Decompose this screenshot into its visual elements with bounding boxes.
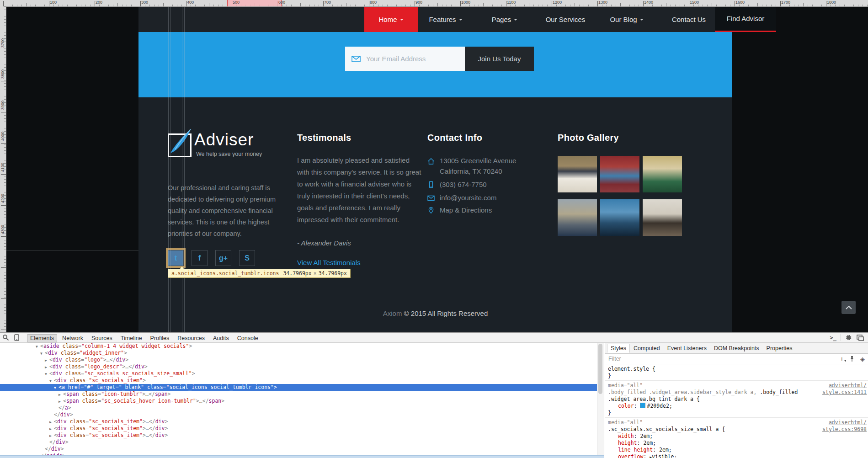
ruler-label: 200 bbox=[96, 0, 102, 5]
toggle-console-icon[interactable]: >_ bbox=[828, 335, 839, 341]
ruler-guide-horizontal bbox=[6, 242, 138, 242]
ruler-label: 300 bbox=[141, 0, 148, 5]
tree-row[interactable]: ▼<div class="sc_socials_item"> bbox=[0, 377, 604, 384]
devtools-tab-sources[interactable]: Sources bbox=[88, 334, 116, 342]
tree-row[interactable]: </div> bbox=[0, 411, 604, 418]
gallery-photo-delegation-couch[interactable] bbox=[600, 156, 639, 192]
styles-tab-properties[interactable]: Properties bbox=[763, 344, 796, 353]
tree-row[interactable]: ▶<div class="logo">…</div> bbox=[0, 357, 604, 363]
expanded-arrow-icon[interactable]: ▼ bbox=[45, 371, 49, 378]
styles-tab-styles[interactable]: Styles bbox=[607, 344, 630, 353]
tree-row[interactable]: ▼<aside class="column-1_4 widget widget_… bbox=[0, 343, 604, 350]
gallery-photo-leaders-group-photo[interactable] bbox=[600, 199, 639, 236]
contact-map[interactable]: Map & Directions bbox=[427, 206, 492, 214]
gallery-photo-meeting-round-table[interactable] bbox=[558, 156, 597, 192]
expanded-arrow-icon[interactable]: ▼ bbox=[40, 350, 45, 357]
devtools-tab-timeline[interactable]: Timeline bbox=[117, 334, 145, 342]
new-style-rule-icon[interactable]: + bbox=[840, 355, 844, 362]
devtools-tab-resources[interactable]: Resources bbox=[174, 334, 208, 342]
tree-row[interactable]: </div> bbox=[0, 446, 604, 453]
devtools-tab-profiles[interactable]: Profiles bbox=[147, 334, 173, 342]
css-property[interactable]: height: 2em; bbox=[608, 440, 866, 447]
scroll-top-button[interactable] bbox=[841, 301, 856, 314]
nav-item-services[interactable]: Our Services bbox=[543, 6, 588, 32]
nav-item-features[interactable]: Features bbox=[426, 6, 466, 32]
expanded-arrow-icon[interactable]: ▼ bbox=[54, 384, 59, 391]
devtools-tab-elements[interactable]: Elements bbox=[27, 334, 57, 342]
google-plus-icon[interactable]: g+ bbox=[215, 250, 231, 266]
tree-row[interactable]: ▼<div class="widget_inner"> bbox=[0, 350, 604, 357]
tree-row[interactable]: ▶<span class="sc_socials_hover icon-tumb… bbox=[0, 398, 604, 405]
nav-item-pages[interactable]: Pages bbox=[489, 6, 521, 32]
view-all-testimonials-link[interactable]: View All Testimonials bbox=[297, 259, 361, 266]
nav-item-home[interactable]: Home bbox=[364, 6, 418, 32]
collapsed-arrow-icon[interactable]: ▶ bbox=[49, 432, 54, 439]
tree-row[interactable]: ▶<span class="icon-tumblr">…</span> bbox=[0, 391, 604, 398]
tree-row[interactable]: ▶<div class="logo_descr">…</div> bbox=[0, 363, 604, 370]
stylesheet-link[interactable]: adviserhtml/style.css:9698 bbox=[822, 419, 867, 433]
element-state-icon[interactable]: ◈ bbox=[860, 356, 865, 362]
tree-row[interactable]: ▶<div class="sc_socials_item">…</div> bbox=[0, 418, 604, 425]
collapsed-arrow-icon[interactable]: ▶ bbox=[49, 419, 54, 426]
gallery-photo-fireside-talk[interactable] bbox=[643, 199, 682, 236]
email-input[interactable]: Your Email Address bbox=[345, 47, 465, 71]
main-navbar: HomeFeaturesPagesOur ServicesOur BlogCon… bbox=[138, 6, 732, 32]
elements-scrollbar[interactable] bbox=[597, 343, 604, 455]
tree-row-selected[interactable]: ▼<a href="#" target="_blank" class="soci… bbox=[0, 384, 604, 391]
devtools-tab-console[interactable]: Console bbox=[234, 334, 261, 342]
styles-tab-dom-breakpoints[interactable]: DOM Breakpoints bbox=[710, 344, 763, 353]
facebook-icon[interactable]: f bbox=[192, 250, 208, 266]
devtools-tab-audits[interactable]: Audits bbox=[210, 334, 232, 342]
settings-gear-icon[interactable] bbox=[843, 334, 854, 341]
ruler-guide-vertical bbox=[182, 6, 182, 332]
stylesheet-link[interactable]: adviserhtml/style.css:1411 bbox=[822, 382, 867, 396]
dock-side-icon[interactable] bbox=[854, 335, 866, 341]
tree-row[interactable]: ▶<div class="sc_socials_item">…</div> bbox=[0, 432, 604, 439]
gallery-photo-green-table-summit[interactable] bbox=[643, 156, 682, 192]
collapsed-arrow-icon[interactable]: ▶ bbox=[45, 357, 49, 364]
ruler-label: 1200 bbox=[553, 0, 562, 5]
ruler-label: 1300 bbox=[598, 0, 607, 5]
logo-tagline: We help save your money bbox=[196, 151, 262, 157]
contact-phone[interactable]: (303) 674-7750 bbox=[427, 181, 487, 188]
tree-row[interactable]: </div> bbox=[0, 439, 604, 446]
css-property[interactable]: line-height: 2em; bbox=[608, 447, 866, 453]
devtools-tab-network[interactable]: Network bbox=[59, 334, 86, 342]
expanded-arrow-icon[interactable]: ▼ bbox=[49, 378, 54, 384]
nav-item-blog[interactable]: Our Blog bbox=[606, 6, 647, 32]
styles-tab-computed[interactable]: Computed bbox=[630, 344, 664, 353]
nav-item-contact[interactable]: Contact Us bbox=[669, 6, 709, 32]
logo-text[interactable]: Adviser bbox=[194, 130, 254, 149]
device-mode-icon[interactable] bbox=[11, 334, 22, 341]
style-rule: adviserhtml/style.css:9698media="all".sc… bbox=[605, 418, 868, 458]
gallery-photo-military-lineup[interactable] bbox=[558, 199, 597, 236]
expanded-arrow-icon[interactable]: ▼ bbox=[36, 343, 40, 350]
collapsed-arrow-icon[interactable]: ▶ bbox=[59, 391, 63, 398]
css-property[interactable]: overflow: ▶visible; bbox=[608, 453, 866, 458]
tree-row[interactable]: ▼<div class="sc_socials sc_socials_size_… bbox=[0, 370, 604, 377]
nav-item-find[interactable]: Find Advisor bbox=[715, 6, 776, 32]
tree-row[interactable]: </a> bbox=[0, 405, 604, 411]
skype-icon[interactable]: S bbox=[239, 250, 255, 266]
ruler-guide-vertical bbox=[184, 6, 185, 332]
join-us-button[interactable]: Join Us Today bbox=[465, 47, 534, 71]
ruler-label: 4000 bbox=[0, 127, 5, 145]
nav-item-label: Contact Us bbox=[672, 16, 706, 23]
contact-address[interactable]: 13005 Greenville AvenueCalifornia, TX 70… bbox=[427, 157, 516, 175]
css-property[interactable]: color: #209de2; bbox=[608, 403, 866, 410]
styles-filter[interactable]: Filter + ◈ bbox=[605, 354, 868, 364]
inspect-magnifier-icon[interactable] bbox=[0, 334, 11, 341]
collapsed-arrow-icon[interactable]: ▶ bbox=[59, 398, 63, 405]
css-property[interactable]: width: 2em; bbox=[608, 433, 866, 440]
contact-email[interactable]: info@yoursite.com bbox=[427, 194, 496, 202]
collapsed-arrow-icon[interactable]: ▶ bbox=[49, 426, 54, 432]
ruler-label: 1700 bbox=[781, 0, 790, 5]
tree-row[interactable]: ▶<div class="sc_socials_item">…</div> bbox=[0, 425, 604, 432]
elements-breadcrumb-bar[interactable] bbox=[0, 455, 604, 458]
collapsed-arrow-icon[interactable]: ▶ bbox=[45, 364, 49, 371]
styles-tab-event-listeners[interactable]: Event Listeners bbox=[664, 344, 710, 353]
mail-icon bbox=[427, 195, 435, 201]
chevron-down-icon bbox=[400, 19, 404, 21]
ruler-label: 4300 bbox=[0, 220, 5, 239]
pin-icon[interactable] bbox=[849, 356, 855, 362]
